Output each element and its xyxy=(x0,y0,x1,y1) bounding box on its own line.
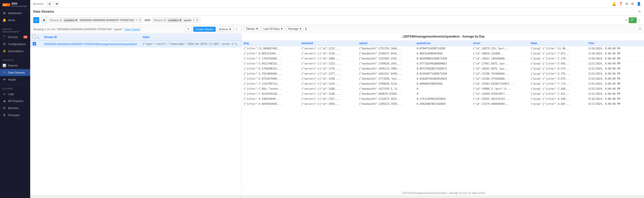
select-all-header[interactable]: 1 xyxy=(30,34,42,41)
right-panel: Tabular ▼ Last 30 Days ▼ Average ▼ ℹ ✕ xyxy=(242,25,644,198)
col-download[interactable]: download xyxy=(299,41,357,46)
account-selector[interactable]: A xyxy=(46,1,59,6)
filter-value-2: speed xyxy=(184,19,191,22)
actions-dropdown[interactable]: Actions ▼ xyxy=(217,27,233,32)
col-value[interactable]: Value xyxy=(528,41,586,46)
sidebar-item-label: Reports xyxy=(8,64,18,67)
help-icon[interactable]: ❓ xyxy=(619,2,623,6)
automations-icon: ⚡ xyxy=(3,49,6,53)
col-server[interactable]: server xyxy=(471,41,528,46)
sidebar-item-automations[interactable]: ⚡ Automations xyxy=(0,48,30,55)
sidebar-item-logs[interactable]: ≡ Logs xyxy=(0,90,30,97)
clear-search-link[interactable]: Clear Search xyxy=(124,28,140,31)
page-header-close[interactable]: ✕ xyxy=(638,9,641,14)
sidebar-item-configurations[interactable]: ⚙ Configurations xyxy=(0,41,30,48)
sidebar-divider-3 xyxy=(0,84,30,84)
period-dropdown[interactable]: Last 30 Days ▼ xyxy=(262,26,285,31)
col-ping[interactable]: ping xyxy=(242,41,299,46)
col-upload[interactable]: upload xyxy=(357,41,415,46)
right-panel-footer: ...DDF349/management/events/speedtest - … xyxy=(242,190,644,195)
sidebar-item-monitors[interactable]: 👁 Monitors xyxy=(0,105,30,112)
filter-edit-2[interactable]: ✎ xyxy=(193,19,195,22)
table-row[interactable]: 00000000-00000000-00409DFF-FFDDF349/mana… xyxy=(30,41,241,48)
sidebar-item-api-explorer[interactable]: ◈ API Explorer xyxy=(0,97,30,105)
right-table-row[interactable]: {"jitter":5.8751874999...{"servers":[{"i… xyxy=(242,76,644,81)
sidebar-item-label: Alerts xyxy=(8,19,15,22)
page-title: Data Streams xyxy=(33,10,54,13)
right-panel-info[interactable]: ℹ xyxy=(305,27,307,31)
right-table-row[interactable]: {"jitter":7.0210769230...{"servers":[{"i… xyxy=(242,91,644,96)
sidebar-item-firmware[interactable]: ⬆ Firmware xyxy=(0,112,30,119)
filter-operator-1[interactable]: contains ▼ xyxy=(63,18,79,22)
right-table-row[interactable]: {"jitter":11.004687499...{"servers":[{"i… xyxy=(242,46,644,51)
table-horizontal-scrollbar[interactable] xyxy=(30,195,241,198)
stream-id-cell[interactable]: 00000000-00000000-00409DFF-FFDDF349/mana… xyxy=(42,41,140,48)
right-table-row[interactable]: {"jitter":7.856,"latenc...{"servers":[{"… xyxy=(242,86,644,91)
sidebar-item-reports[interactable]: 📊 Reports xyxy=(0,62,30,69)
value-header[interactable]: Value xyxy=(140,34,241,41)
device-management-label: Device Management xyxy=(0,26,30,34)
more-options-icon[interactable]: ⋮ xyxy=(235,27,238,31)
row-checkbox[interactable] xyxy=(33,42,36,45)
insights-label: Insights xyxy=(0,57,30,62)
right-panel-scrollbar[interactable] xyxy=(242,195,644,198)
right-table-row[interactable]: {"jitter":7.1792916666...{"servers":[{"i… xyxy=(242,56,644,61)
sidebar-item-alerts[interactable]: 🔔 Alerts xyxy=(0,17,30,24)
tabular-dropdown[interactable]: Tabular ▼ xyxy=(244,26,260,31)
right-panel-close[interactable]: ✕ xyxy=(638,27,641,31)
sidebar-item-health[interactable]: ♥ Health xyxy=(0,76,30,83)
sidebar-item-data-streams[interactable]: 〰 Data Streams xyxy=(0,69,30,76)
filter-more-button[interactable]: ⋮ xyxy=(638,18,641,22)
right-table-row[interactable]: {"jitter":0.065314304...{"servers":[{"id… xyxy=(242,51,644,56)
logs-icon: ≡ xyxy=(3,92,6,96)
filter-operator-2[interactable]: contains ▼ xyxy=(167,18,183,22)
filter-actions: ✕ 🔍 ⋮ xyxy=(625,17,641,23)
devices-icon: 📱 xyxy=(3,35,6,39)
right-table-row[interactable]: {"jitter":4.6870303030...{"servers":[{"i… xyxy=(242,102,644,107)
api-explorer-icon: ◈ xyxy=(3,99,6,103)
sidebar-divider-1 xyxy=(0,25,30,25)
edit-button[interactable]: ✎ xyxy=(185,26,192,32)
filter-settings-2[interactable]: ⚙ xyxy=(196,19,199,22)
settings-icon[interactable]: ⚙ xyxy=(631,2,634,6)
filter-edit-1[interactable]: ✎ xyxy=(135,19,138,22)
filter-chip-device-id: Device ID contains ▼ 00000000-00000000-0… xyxy=(48,18,143,23)
filter-settings-1[interactable]: ⚙ xyxy=(139,19,141,22)
reports-icon: 📊 xyxy=(3,64,6,67)
sidebar-divider-2 xyxy=(0,56,30,56)
user-icon[interactable]: 👤 xyxy=(637,2,641,6)
right-panel-toolbar: Tabular ▼ Last 30 Days ▼ Average ▼ ℹ ✕ xyxy=(242,25,644,33)
grid-view-button[interactable]: ⊞ xyxy=(41,17,47,23)
filter-remove-button[interactable]: ✕ xyxy=(625,18,628,22)
sidebar-item-devices[interactable]: 📱 Devices 33 xyxy=(0,34,30,41)
notifications-icon[interactable]: 🔔 xyxy=(612,2,616,6)
search-button[interactable]: 🔍 xyxy=(629,17,637,23)
aggregate-dropdown[interactable]: Average ▼ xyxy=(286,26,304,31)
svg-text:DIGI: DIGI xyxy=(3,4,7,6)
right-table-row[interactable]: {"jitter":7.1141785714...{"servers":[{"i… xyxy=(242,81,644,86)
list-view-button[interactable]: ≡ xyxy=(33,17,39,23)
sidebar-item-label: Firmware xyxy=(8,114,20,117)
system-label: System xyxy=(0,85,30,90)
sidebar-item-label: Health xyxy=(8,78,16,81)
messages-icon[interactable]: ✉ xyxy=(625,2,628,6)
select-all-checkbox[interactable] xyxy=(33,35,36,38)
filter-bar: ≡ ⊞ Device ID contains ▼ 00000000-000000… xyxy=(30,16,644,25)
create-stream-button[interactable]: Create Stream xyxy=(193,27,216,32)
app-name: DIGI xyxy=(12,2,27,5)
app-subtitle: Remote Manager xyxy=(12,5,27,7)
col-time[interactable]: Time xyxy=(586,41,644,46)
right-table-row[interactable]: {"jitter":5.8422708333...{"servers":[{"i… xyxy=(242,61,644,66)
digi-logo-icon: DIGI xyxy=(3,3,10,7)
health-icon: ♥ xyxy=(3,78,6,81)
stream-id-header[interactable]: Stream ID xyxy=(42,34,140,41)
right-table-row[interactable]: {"jitter":6.5740208333...{"servers":[{"i… xyxy=(242,66,644,71)
right-table-header-row: ping download upload packetLoss server V… xyxy=(242,41,644,46)
right-table-row[interactable]: {"jitter":5.7921666666...{"servers":[{"i… xyxy=(242,71,644,76)
account-select[interactable]: A xyxy=(46,1,59,6)
filter-connector: AND xyxy=(144,19,150,22)
right-table-row[interactable]: {"jitter":4.938629499...{"servers":[{"id… xyxy=(242,96,644,102)
sidebar-item-dashboard[interactable]: ⊞ Dashboard xyxy=(0,10,30,17)
col-packet-loss[interactable]: packetLoss xyxy=(415,41,471,46)
table-header-row: 1 Stream ID Value xyxy=(30,34,241,41)
